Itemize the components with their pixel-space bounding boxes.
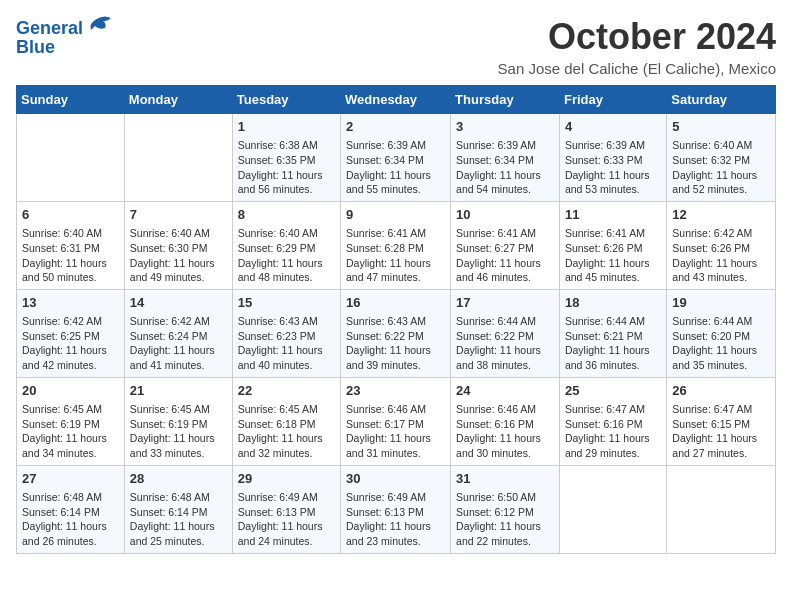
calendar-cell: 2Sunrise: 6:39 AMSunset: 6:34 PMDaylight… [341, 114, 451, 202]
calendar-cell: 22Sunrise: 6:45 AMSunset: 6:18 PMDayligh… [232, 377, 340, 465]
calendar-cell [124, 114, 232, 202]
calendar-cell: 13Sunrise: 6:42 AMSunset: 6:25 PMDayligh… [17, 289, 125, 377]
header-tuesday: Tuesday [232, 86, 340, 114]
day-number: 28 [130, 470, 227, 488]
cell-info: Sunrise: 6:40 AMSunset: 6:30 PMDaylight:… [130, 226, 227, 285]
cell-info: Sunrise: 6:44 AMSunset: 6:21 PMDaylight:… [565, 314, 661, 373]
calendar-week-row: 1Sunrise: 6:38 AMSunset: 6:35 PMDaylight… [17, 114, 776, 202]
cell-info: Sunrise: 6:45 AMSunset: 6:18 PMDaylight:… [238, 402, 335, 461]
calendar-cell: 19Sunrise: 6:44 AMSunset: 6:20 PMDayligh… [667, 289, 776, 377]
cell-info: Sunrise: 6:40 AMSunset: 6:32 PMDaylight:… [672, 138, 770, 197]
title-block: October 2024 San Jose del Caliche (El Ca… [498, 16, 776, 77]
header-monday: Monday [124, 86, 232, 114]
header-sunday: Sunday [17, 86, 125, 114]
cell-info: Sunrise: 6:42 AMSunset: 6:24 PMDaylight:… [130, 314, 227, 373]
day-number: 4 [565, 118, 661, 136]
calendar-header-row: SundayMondayTuesdayWednesdayThursdayFrid… [17, 86, 776, 114]
cell-info: Sunrise: 6:41 AMSunset: 6:26 PMDaylight:… [565, 226, 661, 285]
page-header: General Blue October 2024 San Jose del C… [16, 16, 776, 77]
cell-info: Sunrise: 6:44 AMSunset: 6:20 PMDaylight:… [672, 314, 770, 373]
day-number: 27 [22, 470, 119, 488]
calendar-cell: 6Sunrise: 6:40 AMSunset: 6:31 PMDaylight… [17, 201, 125, 289]
day-number: 25 [565, 382, 661, 400]
calendar-cell: 9Sunrise: 6:41 AMSunset: 6:28 PMDaylight… [341, 201, 451, 289]
day-number: 9 [346, 206, 445, 224]
calendar-cell: 10Sunrise: 6:41 AMSunset: 6:27 PMDayligh… [451, 201, 560, 289]
header-friday: Friday [559, 86, 666, 114]
calendar-cell: 15Sunrise: 6:43 AMSunset: 6:23 PMDayligh… [232, 289, 340, 377]
calendar-cell: 1Sunrise: 6:38 AMSunset: 6:35 PMDaylight… [232, 114, 340, 202]
cell-info: Sunrise: 6:49 AMSunset: 6:13 PMDaylight:… [238, 490, 335, 549]
cell-info: Sunrise: 6:50 AMSunset: 6:12 PMDaylight:… [456, 490, 554, 549]
day-number: 8 [238, 206, 335, 224]
cell-info: Sunrise: 6:45 AMSunset: 6:19 PMDaylight:… [130, 402, 227, 461]
day-number: 16 [346, 294, 445, 312]
day-number: 7 [130, 206, 227, 224]
cell-info: Sunrise: 6:46 AMSunset: 6:17 PMDaylight:… [346, 402, 445, 461]
calendar-week-row: 27Sunrise: 6:48 AMSunset: 6:14 PMDayligh… [17, 465, 776, 553]
calendar-cell: 25Sunrise: 6:47 AMSunset: 6:16 PMDayligh… [559, 377, 666, 465]
calendar-cell: 24Sunrise: 6:46 AMSunset: 6:16 PMDayligh… [451, 377, 560, 465]
day-number: 11 [565, 206, 661, 224]
cell-info: Sunrise: 6:39 AMSunset: 6:34 PMDaylight:… [456, 138, 554, 197]
calendar-cell: 4Sunrise: 6:39 AMSunset: 6:33 PMDaylight… [559, 114, 666, 202]
day-number: 21 [130, 382, 227, 400]
cell-info: Sunrise: 6:48 AMSunset: 6:14 PMDaylight:… [130, 490, 227, 549]
cell-info: Sunrise: 6:40 AMSunset: 6:29 PMDaylight:… [238, 226, 335, 285]
calendar-table: SundayMondayTuesdayWednesdayThursdayFrid… [16, 85, 776, 554]
calendar-week-row: 20Sunrise: 6:45 AMSunset: 6:19 PMDayligh… [17, 377, 776, 465]
cell-info: Sunrise: 6:46 AMSunset: 6:16 PMDaylight:… [456, 402, 554, 461]
cell-info: Sunrise: 6:48 AMSunset: 6:14 PMDaylight:… [22, 490, 119, 549]
calendar-cell: 17Sunrise: 6:44 AMSunset: 6:22 PMDayligh… [451, 289, 560, 377]
logo: General Blue [16, 16, 115, 58]
calendar-cell: 8Sunrise: 6:40 AMSunset: 6:29 PMDaylight… [232, 201, 340, 289]
day-number: 22 [238, 382, 335, 400]
day-number: 10 [456, 206, 554, 224]
cell-info: Sunrise: 6:39 AMSunset: 6:34 PMDaylight:… [346, 138, 445, 197]
calendar-cell: 20Sunrise: 6:45 AMSunset: 6:19 PMDayligh… [17, 377, 125, 465]
cell-info: Sunrise: 6:43 AMSunset: 6:23 PMDaylight:… [238, 314, 335, 373]
calendar-cell: 23Sunrise: 6:46 AMSunset: 6:17 PMDayligh… [341, 377, 451, 465]
calendar-cell: 11Sunrise: 6:41 AMSunset: 6:26 PMDayligh… [559, 201, 666, 289]
day-number: 17 [456, 294, 554, 312]
cell-info: Sunrise: 6:47 AMSunset: 6:16 PMDaylight:… [565, 402, 661, 461]
calendar-cell: 29Sunrise: 6:49 AMSunset: 6:13 PMDayligh… [232, 465, 340, 553]
cell-info: Sunrise: 6:44 AMSunset: 6:22 PMDaylight:… [456, 314, 554, 373]
calendar-cell: 28Sunrise: 6:48 AMSunset: 6:14 PMDayligh… [124, 465, 232, 553]
day-number: 23 [346, 382, 445, 400]
day-number: 19 [672, 294, 770, 312]
header-saturday: Saturday [667, 86, 776, 114]
calendar-cell: 16Sunrise: 6:43 AMSunset: 6:22 PMDayligh… [341, 289, 451, 377]
day-number: 24 [456, 382, 554, 400]
day-number: 1 [238, 118, 335, 136]
calendar-cell: 12Sunrise: 6:42 AMSunset: 6:26 PMDayligh… [667, 201, 776, 289]
cell-info: Sunrise: 6:42 AMSunset: 6:26 PMDaylight:… [672, 226, 770, 285]
cell-info: Sunrise: 6:47 AMSunset: 6:15 PMDaylight:… [672, 402, 770, 461]
cell-info: Sunrise: 6:38 AMSunset: 6:35 PMDaylight:… [238, 138, 335, 197]
day-number: 30 [346, 470, 445, 488]
calendar-week-row: 6Sunrise: 6:40 AMSunset: 6:31 PMDaylight… [17, 201, 776, 289]
cell-info: Sunrise: 6:49 AMSunset: 6:13 PMDaylight:… [346, 490, 445, 549]
cell-info: Sunrise: 6:42 AMSunset: 6:25 PMDaylight:… [22, 314, 119, 373]
header-wednesday: Wednesday [341, 86, 451, 114]
cell-info: Sunrise: 6:43 AMSunset: 6:22 PMDaylight:… [346, 314, 445, 373]
day-number: 14 [130, 294, 227, 312]
day-number: 5 [672, 118, 770, 136]
logo-icon [85, 12, 115, 42]
calendar-cell: 18Sunrise: 6:44 AMSunset: 6:21 PMDayligh… [559, 289, 666, 377]
calendar-cell: 14Sunrise: 6:42 AMSunset: 6:24 PMDayligh… [124, 289, 232, 377]
cell-info: Sunrise: 6:41 AMSunset: 6:27 PMDaylight:… [456, 226, 554, 285]
calendar-cell [17, 114, 125, 202]
calendar-cell: 27Sunrise: 6:48 AMSunset: 6:14 PMDayligh… [17, 465, 125, 553]
cell-info: Sunrise: 6:41 AMSunset: 6:28 PMDaylight:… [346, 226, 445, 285]
day-number: 18 [565, 294, 661, 312]
logo-text: General [16, 19, 83, 39]
day-number: 2 [346, 118, 445, 136]
day-number: 6 [22, 206, 119, 224]
day-number: 3 [456, 118, 554, 136]
month-title: October 2024 [498, 16, 776, 58]
cell-info: Sunrise: 6:39 AMSunset: 6:33 PMDaylight:… [565, 138, 661, 197]
cell-info: Sunrise: 6:45 AMSunset: 6:19 PMDaylight:… [22, 402, 119, 461]
day-number: 13 [22, 294, 119, 312]
calendar-cell: 26Sunrise: 6:47 AMSunset: 6:15 PMDayligh… [667, 377, 776, 465]
